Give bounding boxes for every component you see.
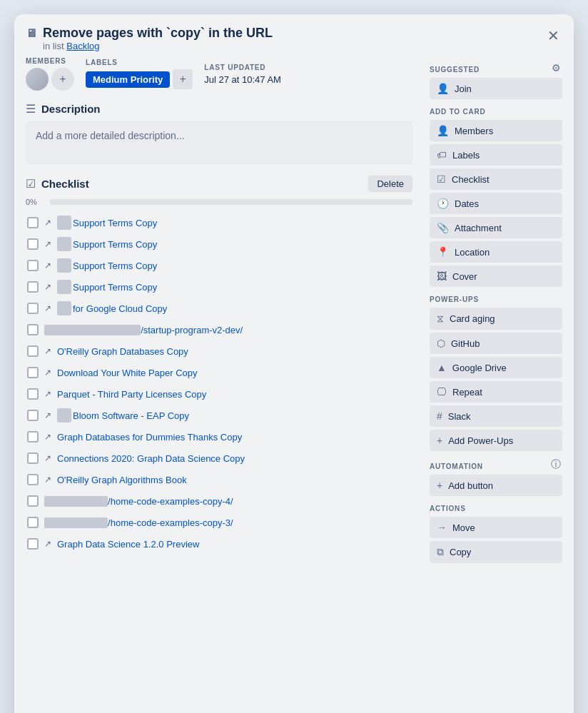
item-text: Graph Data Science 1.2.0 Preview — [57, 539, 199, 550]
add-member-button[interactable]: + — [51, 68, 74, 91]
item-avatar — [57, 408, 71, 423]
members-section: MEMBERS + — [26, 57, 74, 91]
delete-button[interactable]: Delete — [368, 176, 412, 192]
attachment-button[interactable]: 📎 Attachment — [430, 217, 562, 238]
add-power-ups-button[interactable]: + Add Power-Ups — [430, 430, 562, 451]
item-avatar — [57, 237, 71, 251]
members-button[interactable]: 👤 Members — [430, 120, 562, 141]
add-button-automation[interactable]: + Add button — [430, 475, 562, 496]
checklist-icon: ☑ — [26, 177, 36, 191]
checklist-item[interactable]: ↗ Connections 2020: Graph Data Science C… — [26, 447, 412, 469]
join-button[interactable]: 👤 Join — [430, 78, 562, 99]
description-box[interactable]: Add a more detailed description... — [26, 121, 412, 164]
checklist-item[interactable]: ↗ for Google Cloud Copy — [26, 298, 412, 319]
link-icon: ↗ — [44, 261, 51, 270]
checkbox[interactable] — [27, 388, 39, 400]
checkbox[interactable] — [27, 260, 39, 271]
checklist-item[interactable]: ↗ Support Terms Copy — [26, 255, 412, 276]
add-label-button[interactable]: + — [173, 69, 193, 89]
automation-info-button[interactable]: ⓘ — [549, 457, 562, 472]
item-group: Bloom Software - EAP Copy — [57, 408, 189, 423]
item-avatar — [57, 216, 71, 230]
suggested-label: SUGGESTED — [430, 66, 480, 74]
checkbox[interactable] — [27, 410, 39, 421]
dates-button[interactable]: 🕐 Dates — [430, 193, 562, 214]
cover-icon: 🖼 — [437, 270, 447, 282]
checklist-item[interactable]: ↗ Parquet - Third Party Licenses Copy — [26, 383, 412, 405]
link-icon: ↗ — [44, 368, 51, 378]
checklist-item[interactable]: ↗ Support Terms Copy — [26, 276, 412, 298]
item-text: Parquet - Third Party Licenses Copy — [57, 389, 206, 400]
link-icon: ↗ — [44, 346, 51, 356]
cover-button[interactable]: 🖼 Cover — [430, 266, 562, 287]
automation-label: AUTOMATION — [430, 462, 483, 470]
checklist-button[interactable]: ☑ Checklist — [430, 168, 562, 190]
item-url: https://█████/home-code-examples-copy-3/ — [44, 517, 233, 528]
checklist-item[interactable]: ↗ O'Reilly Graph Algorithms Book — [26, 469, 412, 490]
item-group: O'Reilly Graph Databases Copy — [57, 346, 188, 357]
modal-title: 🖥 Remove pages with `copy` in the URL — [26, 26, 273, 41]
progress-percent: 0% — [26, 198, 44, 206]
checkbox[interactable] — [27, 238, 39, 250]
checklist-title: Checklist — [41, 178, 89, 190]
person-icon: 👤 — [437, 83, 449, 94]
checklist-item[interactable]: ↗ O'Reilly Graph Databases Copy — [26, 340, 412, 362]
checkbox[interactable] — [27, 217, 39, 228]
google-drive-button[interactable]: ▲ Google Drive — [430, 357, 562, 378]
location-button[interactable]: 📍 Location — [430, 241, 562, 263]
link-icon: ↗ — [44, 239, 51, 249]
checkbox[interactable] — [27, 495, 39, 507]
backlog-link[interactable]: Backlog — [66, 41, 99, 51]
members-avatars: + — [26, 68, 74, 91]
members-icon: 👤 — [437, 125, 449, 136]
checklist-item[interactable]: https://██████████/startup-program-v2-de… — [26, 319, 412, 340]
checkbox[interactable] — [27, 345, 39, 357]
avatar[interactable] — [26, 68, 49, 91]
automation-section-header: AUTOMATION ⓘ — [430, 454, 562, 475]
checkbox[interactable] — [27, 431, 39, 443]
checkbox[interactable] — [27, 303, 39, 314]
actions-label: ACTIONS — [430, 505, 562, 512]
checklist-item[interactable]: ↗ Graph Data Science 1.2.0 Preview — [26, 533, 412, 555]
medium-priority-label[interactable]: Medium Priority — [86, 71, 170, 88]
checklist-item[interactable]: ↗ Graph Databases for Dummies Thanks Cop… — [26, 426, 412, 447]
checklist-item[interactable]: https://█████/home-code-examples-copy-4/ — [26, 490, 412, 512]
github-button[interactable]: ⬡ GitHub — [430, 333, 562, 354]
description-placeholder: Add a more detailed description... — [36, 130, 185, 141]
repeat-button[interactable]: 🖵 Repeat — [430, 381, 562, 403]
checkbox[interactable] — [27, 452, 39, 464]
close-button[interactable]: ✕ — [544, 26, 562, 46]
checklist-item[interactable]: https://█████/home-code-examples-copy-3/ — [26, 512, 412, 533]
checkbox[interactable] — [27, 367, 39, 378]
checklist-item[interactable]: ↗ Download Your White Paper Copy — [26, 362, 412, 383]
checkbox[interactable] — [27, 281, 39, 293]
item-group: Support Terms Copy — [57, 258, 157, 273]
labels-button[interactable]: 🏷 Labels — [430, 144, 562, 166]
copy-button[interactable]: ⧉ Copy — [430, 541, 562, 563]
card-aging-button[interactable]: ⧖ Card aging — [430, 308, 562, 330]
link-icon: ↗ — [44, 453, 51, 463]
move-button[interactable]: → Move — [430, 517, 562, 538]
item-avatar — [57, 280, 71, 294]
link-icon: ↗ — [44, 303, 51, 313]
checkbox[interactable] — [27, 474, 39, 485]
checklist-item[interactable]: ↗ Bloom Software - EAP Copy — [26, 405, 412, 426]
link-icon: ↗ — [44, 432, 51, 442]
item-text: Support Terms Copy — [73, 239, 157, 250]
slack-button[interactable]: # Slack — [430, 405, 562, 427]
link-icon: ↗ — [44, 475, 51, 485]
last-updated-value: Jul 27 at 10:47 AM — [204, 74, 281, 85]
link-icon: ↗ — [44, 282, 51, 292]
checkbox[interactable] — [27, 324, 39, 335]
checkbox[interactable] — [27, 517, 39, 528]
suggested-gear-button[interactable]: ⚙ — [550, 61, 562, 75]
labels-label: LABELS — [86, 59, 193, 66]
checklist-item[interactable]: ↗ Support Terms Copy — [26, 212, 412, 233]
item-text: O'Reilly Graph Algorithms Book — [57, 475, 187, 485]
item-group: Support Terms Copy — [57, 216, 157, 230]
add-to-card-label: ADD TO CARD — [430, 108, 562, 116]
item-group: O'Reilly Graph Algorithms Book — [57, 475, 187, 485]
checklist-item[interactable]: ↗ Support Terms Copy — [26, 233, 412, 255]
checkbox[interactable] — [27, 538, 39, 550]
checklist-title-area: ☑ Checklist — [26, 177, 89, 191]
